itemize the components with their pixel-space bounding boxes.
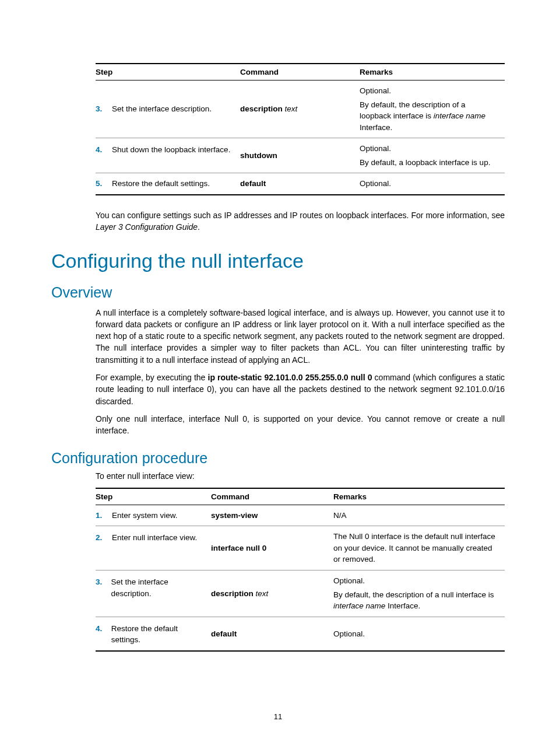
body-paragraph: Only one null interface, interface Null … bbox=[96, 413, 505, 437]
remarks-line: Optional. bbox=[360, 143, 499, 155]
step-cell: 2. Enter null interface view. bbox=[96, 526, 211, 570]
command-cell: system-view bbox=[211, 505, 333, 526]
command-cell: description text bbox=[211, 570, 333, 617]
remarks-line: Optional. bbox=[360, 85, 499, 97]
config-table-1: Step Command Remarks 3.Set the interface… bbox=[96, 63, 505, 195]
heading-2-config-procedure: Configuration procedure bbox=[51, 450, 505, 467]
cmd-bold: default bbox=[240, 179, 266, 188]
body-paragraph: For example, by executing the ip route-s… bbox=[96, 372, 505, 407]
step-cell: 3. Set the interface description. bbox=[96, 570, 211, 617]
cmd-italic: text bbox=[283, 104, 298, 113]
th-command: Command bbox=[240, 64, 360, 80]
command-cell: interface null 0 bbox=[211, 526, 333, 570]
remarks-cell: The Null 0 interface is the default null… bbox=[333, 526, 505, 570]
remarks-cell: Optional. bbox=[360, 173, 505, 195]
step-desc: Enter system view. bbox=[112, 511, 178, 520]
remarks-line: By default, a loopback interface is up. bbox=[360, 157, 499, 169]
body-paragraph: A null interface is a completely softwar… bbox=[96, 307, 505, 366]
th-remarks: Remarks bbox=[360, 64, 505, 80]
remarks-line: By default, the description of a loopbac… bbox=[360, 99, 499, 134]
table-row: 2. Enter null interface view. interface … bbox=[96, 526, 505, 570]
step-desc: Restore the default settings. bbox=[111, 623, 205, 646]
cmd-italic: text bbox=[254, 589, 269, 598]
step-desc: Shut down the loopback interface. bbox=[112, 144, 230, 156]
th-step: Step bbox=[96, 64, 240, 80]
step-cell: 4. Shut down the loopback interface. bbox=[96, 138, 240, 173]
table-header-row: Step Command Remarks bbox=[96, 64, 505, 80]
step-cell: 4. Restore the default settings. bbox=[96, 617, 211, 651]
remarks-line: Optional. bbox=[333, 575, 499, 587]
remarks-cell: Optional. By default, the description of… bbox=[360, 80, 505, 138]
table-row: 5.Restore the default settings. default … bbox=[96, 173, 505, 195]
step-desc: Enter null interface view. bbox=[112, 532, 197, 544]
step-desc: Restore the default settings. bbox=[112, 179, 210, 188]
command-cell: shutdown bbox=[240, 138, 360, 173]
step-number: 1. bbox=[96, 510, 112, 522]
table-row: 4. Shut down the loopback interface. shu… bbox=[96, 138, 505, 173]
heading-2-overview: Overview bbox=[51, 284, 505, 301]
step-cell: 5.Restore the default settings. bbox=[96, 173, 240, 195]
page: Step Command Remarks 3.Set the interface… bbox=[0, 0, 556, 756]
command-cell: description text bbox=[240, 80, 360, 138]
cmd-bold: description bbox=[240, 104, 283, 113]
step-number: 4. bbox=[96, 144, 112, 156]
cmd-bold: system-view bbox=[211, 511, 258, 520]
step-number: 3. bbox=[96, 103, 112, 115]
cmd-bold: default bbox=[211, 629, 237, 638]
remarks-cell: Optional. By default, the description of… bbox=[333, 570, 505, 617]
table-row: 3. Set the interface description. descri… bbox=[96, 570, 505, 617]
step-number: 4. bbox=[96, 623, 111, 646]
remarks-cell: Optional. By default, a loopback interfa… bbox=[360, 138, 505, 173]
th-remarks: Remarks bbox=[333, 488, 505, 505]
remarks-cell: N/A bbox=[333, 505, 505, 526]
cmd-bold: interface null 0 bbox=[211, 544, 266, 552]
body-paragraph: To enter null interface view: bbox=[96, 470, 505, 482]
table-row: 3.Set the interface description. descrip… bbox=[96, 80, 505, 138]
step-desc: Set the interface description. bbox=[111, 576, 205, 599]
table-row: 1.Enter system view. system-view N/A bbox=[96, 505, 505, 526]
cmd-bold: shutdown bbox=[240, 151, 277, 160]
step-number: 3. bbox=[96, 576, 111, 599]
th-command: Command bbox=[211, 488, 333, 505]
remarks-cell: Optional. bbox=[333, 617, 505, 651]
command-cell: default bbox=[211, 617, 333, 651]
table-header-row: Step Command Remarks bbox=[96, 488, 505, 505]
th-step: Step bbox=[96, 488, 211, 505]
cmd-bold: description bbox=[211, 589, 254, 598]
step-cell: 1.Enter system view. bbox=[96, 505, 211, 526]
step-desc: Set the interface description. bbox=[112, 104, 212, 113]
step-number: 2. bbox=[96, 532, 112, 544]
remarks-line: By default, the description of a null in… bbox=[333, 589, 499, 612]
step-cell: 3.Set the interface description. bbox=[96, 80, 240, 138]
config-table-2: Step Command Remarks 1.Enter system view… bbox=[96, 488, 505, 652]
page-number: 11 bbox=[0, 712, 556, 721]
heading-1: Configuring the null interface bbox=[51, 250, 505, 272]
command-cell: default bbox=[240, 173, 360, 195]
body-paragraph: You can configure settings such as IP ad… bbox=[96, 209, 505, 233]
step-number: 5. bbox=[96, 178, 112, 190]
table-row: 4. Restore the default settings. default… bbox=[96, 617, 505, 651]
